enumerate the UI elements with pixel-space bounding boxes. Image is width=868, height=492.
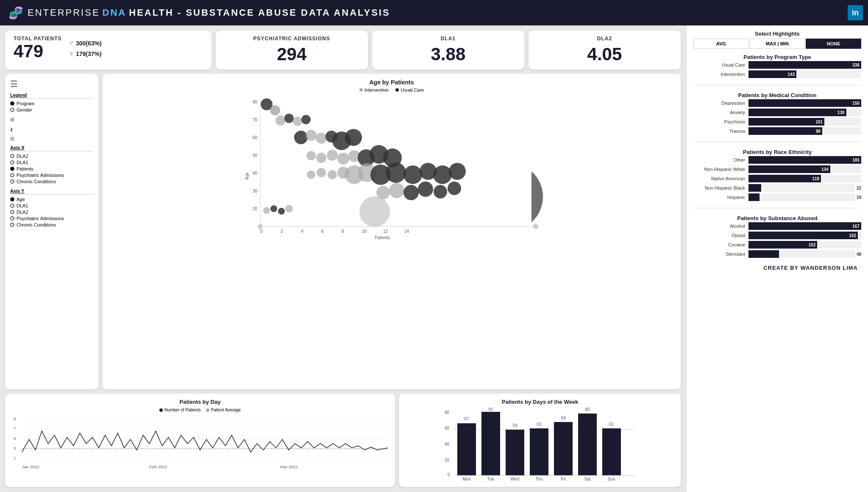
psych-value: 294 (224, 44, 359, 64)
bar-row-opioid: Opioid162 (693, 232, 861, 239)
radio-chronic-y[interactable]: Chronic Conditions (10, 222, 93, 227)
svg-text:10: 10 (362, 229, 367, 234)
svg-point-54 (389, 183, 404, 198)
radio-dla1-x[interactable]: DLA1 (10, 160, 93, 165)
bar-fill: 101 (748, 118, 824, 126)
filter-panel: ☰ Legend Program Gender ⊞ (5, 74, 98, 389)
bar-value-inside: 119 (812, 176, 819, 181)
bar-row-depression: Depression150 (693, 99, 861, 107)
btn-max-min[interactable]: MAX | MIN (750, 39, 805, 49)
radio-program-circle (10, 101, 14, 106)
line-chart-svg: 9 7 5 3 1 Jan 2022 (10, 414, 390, 473)
svg-point-22 (270, 105, 280, 115)
btn-avg[interactable]: AVG (693, 39, 749, 49)
bar-fill: 134 (748, 165, 830, 173)
dla2-value: 4.05 (537, 44, 672, 64)
axis-y-title: Axis Y (10, 188, 93, 195)
back-arrow[interactable]: ‹ (10, 124, 14, 134)
medical-bars: Depression150Anxiety130Psychosis101Traum… (693, 99, 861, 135)
radio-dla1-y[interactable]: DLA1 (10, 203, 93, 208)
bar-fill (748, 184, 761, 192)
bar-row-non-hispanic-black: Non Hispanic Black22 (693, 184, 861, 192)
svg-text:67: 67 (464, 417, 469, 421)
svg-point-23 (275, 115, 286, 126)
svg-text:1: 1 (14, 456, 16, 460)
bar-fri (554, 422, 573, 475)
expand-icon-1[interactable]: ⊞ (10, 117, 14, 123)
radio-dla1-y-circle (10, 204, 14, 208)
dla2-y-label: DLA2 (17, 210, 28, 215)
radio-chronic-x[interactable]: Chronic Conditions (10, 179, 93, 184)
radio-dla2-x[interactable]: DLA2 (10, 154, 93, 159)
svg-point-56 (418, 182, 433, 197)
chronic-y-label: Chronic Conditions (17, 222, 56, 227)
program-type-title: Patients by Program Type (693, 54, 861, 60)
bar-label: Alcohol (693, 224, 748, 229)
btn-none[interactable]: NONE (806, 39, 861, 49)
age-y-label: Age (17, 197, 25, 202)
bar-container: 134 (748, 165, 861, 173)
svg-point-33 (306, 151, 316, 160)
bar-row-hispanic: Hispanic19 (693, 193, 861, 201)
program-bars: Usual Care336Intervention143 (693, 61, 861, 78)
usual-care-label: Usual Care (401, 87, 424, 92)
bar-fill: 336 (748, 61, 861, 69)
expand-icon-2[interactable]: ⊞ (10, 136, 14, 142)
radio-program[interactable]: Program (10, 101, 93, 106)
svg-text:50: 50 (253, 153, 258, 158)
bar-container: 150 (748, 99, 861, 107)
svg-text:Sat: Sat (584, 477, 590, 481)
svg-point-43 (328, 170, 337, 179)
radio-patients-x[interactable]: Patients (10, 166, 93, 171)
scatter-legend: Intervention Usual Care (108, 87, 676, 92)
svg-point-48 (386, 162, 406, 183)
svg-text:61: 61 (609, 422, 614, 427)
bar-label: Stimulant (693, 252, 748, 257)
highlights-buttons: AVG MAX | MIN NONE (693, 39, 861, 49)
radio-psych-x[interactable]: Psychiatric Admissions (10, 173, 93, 178)
svg-point-24 (284, 114, 294, 123)
axis-x-title: Axis X (10, 145, 93, 151)
bar-value-inside: 336 (852, 63, 860, 67)
bar-container (748, 193, 855, 201)
radio-age-y[interactable]: Age (10, 197, 93, 202)
svg-point-27 (294, 131, 308, 144)
dla1-y-label: DLA1 (17, 203, 28, 208)
bar-label: Usual Care (693, 62, 748, 67)
radio-gender[interactable]: Gender (10, 107, 93, 112)
bar-fill: 143 (748, 70, 796, 78)
race-bars: Other185Non Hispanic White134Native Amer… (693, 156, 861, 201)
svg-point-51 (433, 165, 452, 184)
bar-row-anxiety: Anxiety130 (693, 109, 861, 116)
radio-psych-x-circle (10, 173, 14, 177)
svg-point-55 (403, 185, 419, 200)
kpi-dla1: DLA1 3.88 (372, 31, 524, 70)
dla2-x-label: DLA2 (17, 154, 28, 159)
bar-row-other: Other185 (693, 156, 861, 164)
linkedin-badge[interactable]: in (848, 5, 863, 20)
dna-icon: 🧬 (8, 6, 23, 20)
svg-text:14: 14 (404, 229, 409, 234)
svg-text:30: 30 (253, 189, 258, 193)
bar-row-psychosis: Psychosis101 (693, 118, 861, 126)
legend-number-label: Number of Patients (164, 408, 201, 412)
bar-label: Non Hispanic Black (693, 185, 748, 190)
legend-number-patients: Number of Patients (159, 408, 201, 412)
medical-condition-title: Patients by Medical Condition (693, 92, 861, 98)
hamburger-icon[interactable]: ☰ (10, 79, 93, 89)
bar-fill (748, 250, 779, 258)
svg-point-42 (317, 168, 326, 177)
bar-value-outside: 19 (857, 195, 861, 200)
bar-fill: 98 (748, 127, 822, 135)
week-bar-chart-card: Patients by Days of the Week 80 60 40 20… (399, 394, 681, 487)
radio-dla2-y[interactable]: DLA2 (10, 210, 93, 215)
bar-row-non-hispanic-white: Non Hispanic White134 (693, 165, 861, 173)
radio-psych-y[interactable]: Psychiatric Admissions (10, 216, 93, 221)
bar-value-inside: 134 (821, 167, 829, 172)
bar-fill: 162 (748, 232, 858, 239)
svg-text:80: 80 (585, 408, 590, 412)
footer-credit: CREATE BY WANDERSON LIMA (693, 263, 861, 273)
charts-row: ☰ Legend Program Gender ⊞ (5, 74, 681, 389)
svg-point-35 (327, 150, 338, 161)
kpi-row: TOTAL PATIENTS 479 ♂ 300(63%) ♀ 179(37%) (5, 31, 681, 70)
